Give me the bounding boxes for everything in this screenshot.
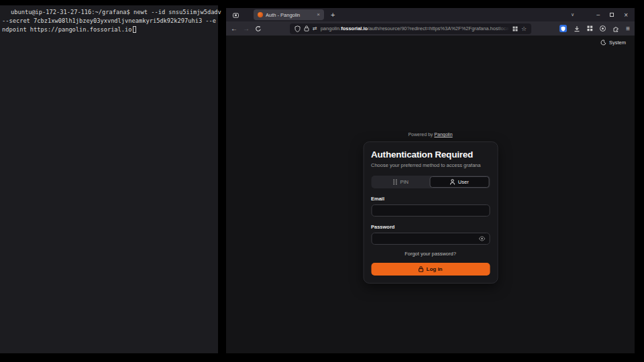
- show-password-eye-icon[interactable]: [478, 236, 485, 241]
- email-label: Email: [371, 196, 490, 202]
- firefox-view-icon[interactable]: [232, 11, 239, 19]
- apps-grid-icon[interactable]: [587, 25, 593, 32]
- window-controls: ∨ – ×: [571, 8, 628, 21]
- browser-window: Auth - Pangolin × + ∨ – × ← → ⇄ pangolin…: [226, 8, 635, 353]
- tab-user-label: User: [458, 179, 469, 185]
- powered-by-text: Powered by: [408, 132, 433, 137]
- theme-selector-button[interactable]: System: [600, 40, 626, 46]
- forward-button[interactable]: →: [243, 25, 250, 32]
- reload-button[interactable]: [255, 25, 262, 32]
- browser-tab-auth-pangolin[interactable]: Auth - Pangolin ×: [254, 9, 324, 20]
- terminal-line: ndpoint https://pangolin.fossorial.io: [2, 25, 216, 34]
- tab-pin-label: PIN: [400, 179, 409, 185]
- url-text[interactable]: pangolin.fossorial.io/auth/resource/90?r…: [321, 25, 509, 32]
- terminal-line-text: ndpoint https://pangolin.fossorial.io: [2, 26, 132, 33]
- auth-method-tabs: PIN User: [371, 176, 490, 188]
- pangolin-favicon-icon: [258, 12, 263, 17]
- tab-user[interactable]: User: [430, 176, 490, 188]
- downloads-icon[interactable]: [574, 25, 580, 32]
- extensions-puzzle-icon[interactable]: [612, 25, 619, 32]
- browser-toolbar: ← → ⇄ pangolin.fossorial.io/auth/resourc…: [226, 21, 635, 36]
- toolbar-extensions: ≡: [559, 25, 630, 32]
- maximize-button[interactable]: [610, 13, 614, 17]
- password-input[interactable]: [371, 233, 490, 245]
- close-window-button[interactable]: ×: [624, 11, 628, 19]
- menu-hamburger-icon[interactable]: ≡: [626, 25, 630, 32]
- terminal-window[interactable]: ubuntu@ip-172-31-27-116:~/grafana$ newt …: [0, 5, 218, 353]
- url-path: /auth/resource/90?redirect=https%3A%2F%2…: [368, 25, 509, 32]
- powered-by: Powered by Pangolin: [363, 132, 498, 137]
- card-subtitle: Choose your preferred method to access g…: [371, 162, 490, 168]
- back-button[interactable]: ←: [231, 25, 237, 32]
- theme-label: System: [609, 40, 626, 46]
- containers-grid-icon[interactable]: [513, 26, 518, 32]
- password-label: Password: [371, 224, 490, 230]
- url-domain: fossorial.io: [341, 25, 368, 32]
- login-button-label: Log in: [427, 266, 443, 272]
- page-content: System Powered by Pangolin Authenticatio…: [226, 36, 635, 353]
- bookmark-star-icon[interactable]: ☆: [521, 25, 527, 32]
- tab-bar: Auth - Pangolin × + ∨ – ×: [226, 8, 635, 21]
- moon-icon: [600, 40, 606, 46]
- tracking-shield-icon[interactable]: [294, 25, 301, 32]
- email-input[interactable]: [371, 204, 490, 217]
- lock-icon[interactable]: [304, 25, 309, 32]
- terminal-line: --secret 7cbz1xw08lh1jbzey03yxvndljvneam…: [2, 17, 216, 25]
- tab-close-icon[interactable]: ×: [317, 12, 320, 17]
- tab-title: Auth - Pangolin: [266, 12, 314, 18]
- permissions-icon[interactable]: ⇄: [313, 25, 317, 32]
- forgot-password-link[interactable]: Forgot your password?: [371, 251, 490, 257]
- keypad-icon: [392, 179, 397, 185]
- account-icon[interactable]: [600, 25, 606, 32]
- terminal-line: ubuntu@ip-172-31-27-116:~/grafana$ newt …: [2, 8, 216, 17]
- terminal-cursor: [133, 26, 136, 33]
- minimize-button[interactable]: –: [596, 11, 600, 18]
- new-tab-button[interactable]: +: [331, 10, 335, 19]
- url-prefix: pangolin.: [321, 25, 341, 32]
- auth-section: Powered by Pangolin Authentication Requi…: [363, 132, 498, 284]
- pangolin-link[interactable]: Pangolin: [434, 132, 452, 137]
- login-button[interactable]: Log in: [371, 263, 490, 276]
- address-bar[interactable]: ⇄ pangolin.fossorial.io/auth/resource/90…: [290, 23, 531, 34]
- tab-pin[interactable]: PIN: [372, 176, 430, 188]
- user-icon: [450, 179, 455, 185]
- tab-list-chevron-icon[interactable]: ∨: [571, 12, 574, 17]
- auth-card: Authentication Required Choose your pref…: [363, 141, 498, 284]
- lock-icon: [419, 266, 424, 272]
- password-manager-extension-icon[interactable]: [559, 25, 567, 32]
- card-title: Authentication Required: [371, 149, 490, 160]
